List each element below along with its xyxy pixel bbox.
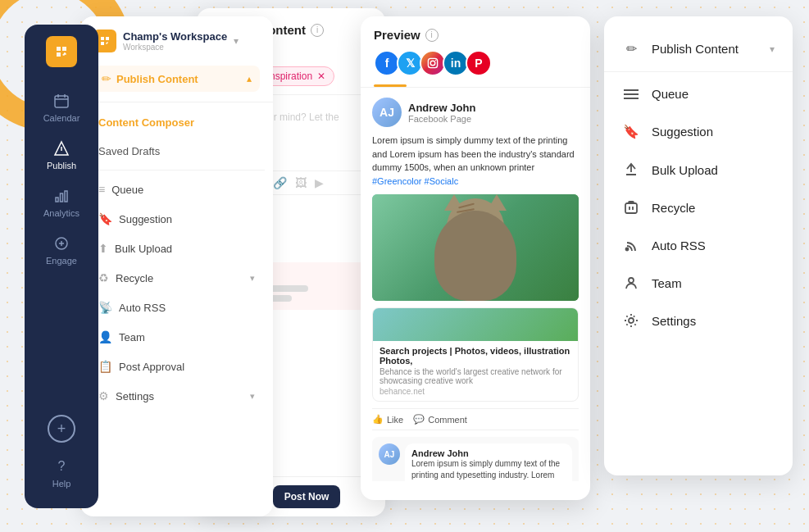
left-panel-header: Champ's Workspace Workspace ▾ ✏ Publish … — [80, 16, 273, 102]
sidebar-dark: Calendar Publish Analytics — [25, 25, 98, 508]
workspace-chevron: ▾ — [234, 35, 239, 47]
pinterest-circle-icon[interactable]: P — [466, 50, 492, 76]
divider-1 — [604, 71, 793, 72]
right-publish-icon: ✏ — [622, 41, 640, 57]
nav-auto-rss[interactable]: 📡 Auto RSS — [89, 293, 265, 321]
help-icon: ? — [52, 457, 70, 475]
preview-content: AJ Andrew John Facebook Page Lorem ipsum… — [361, 88, 590, 481]
sidebar-item-publish[interactable]: Publish — [25, 131, 98, 179]
right-menu-team[interactable]: Team — [604, 264, 793, 302]
nav-post-approval[interactable]: 📋 Post Approval — [89, 352, 265, 380]
svg-point-15 — [626, 248, 629, 251]
preview-panel: Preview i f 𝕏 in P AJ — [361, 16, 590, 500]
logo-icon[interactable] — [46, 36, 77, 67]
like-button[interactable]: 👍 Like — [372, 414, 403, 425]
recycle-chevron: ▾ — [250, 273, 255, 284]
workspace-text: Champ's Workspace Workspace — [123, 30, 227, 52]
sidebar-item-calendar[interactable]: Calendar — [25, 84, 98, 131]
nav-suggestion[interactable]: 🔖 Suggestion — [89, 205, 265, 233]
settings-chevron: ▾ — [250, 391, 255, 402]
link-preview-image — [373, 308, 578, 341]
sidebar-item-analytics[interactable]: Analytics — [25, 179, 98, 226]
right-menu-recycle[interactable]: Recycle — [604, 189, 793, 226]
right-menu-publish-content[interactable]: ✏ Publish Content ▾ — [604, 30, 793, 68]
publish-icon — [52, 139, 70, 157]
right-panel: ✏ Publish Content ▾ Queue 🔖 Suggestion — [604, 16, 793, 475]
right-menu-queue[interactable]: Queue — [604, 75, 793, 112]
author-info: Andrew John Facebook Page — [408, 102, 475, 124]
preview-label-row: Preview i — [374, 28, 577, 42]
team-icon: 👤 — [98, 330, 112, 343]
right-bulk-icon — [622, 162, 640, 177]
author-avatar: AJ — [372, 98, 402, 127]
right-suggestion-label: Suggestion — [652, 125, 775, 139]
preview-active-indicator — [374, 84, 407, 87]
info-icon[interactable]: i — [311, 24, 324, 37]
nav-recycle[interactable]: ♻ Recycle ▾ — [89, 264, 265, 292]
svg-point-6 — [430, 61, 435, 66]
post-approval-icon: 📋 — [98, 360, 112, 373]
right-recycle-label: Recycle — [652, 201, 775, 215]
comment-author-name: Andrew John — [411, 448, 566, 458]
main-wrapper: Calendar Publish Analytics — [0, 0, 809, 532]
right-recycle-icon — [622, 200, 640, 215]
comment-text: Lorem ipsum is simply dummy text of the … — [411, 458, 566, 481]
calendar-icon — [52, 92, 70, 110]
nav-queue[interactable]: ≡ Queue — [89, 175, 265, 203]
right-menu-settings[interactable]: Settings — [604, 302, 793, 339]
comment-button[interactable]: 💬 Comment — [413, 414, 467, 425]
post-actions: 👍 Like 💬 Comment — [372, 408, 579, 430]
publish-content-menu[interactable]: ✏ Publish Content ▴ — [93, 66, 260, 92]
svg-point-7 — [435, 60, 436, 61]
nav-settings[interactable]: ⚙ Settings ▾ — [89, 382, 265, 410]
right-publish-chevron: ▾ — [770, 43, 775, 55]
video-icon[interactable]: ▶ — [315, 176, 324, 189]
right-team-icon — [622, 275, 640, 290]
post-now-button[interactable]: Post Now — [273, 485, 341, 508]
post-author-row: AJ Andrew John Facebook Page — [372, 98, 579, 127]
bulk-upload-icon: ⬆ — [98, 242, 108, 255]
content-composer-item[interactable]: Content Composer — [89, 109, 265, 136]
svg-rect-1 — [56, 198, 58, 202]
settings-icon: ⚙ — [98, 389, 109, 402]
divider — [89, 170, 265, 171]
right-menu-bulk-upload[interactable]: Bulk Upload — [604, 151, 793, 189]
comment-icon: 💬 — [413, 414, 425, 425]
post-text: Lorem ipsum is simply dummy text of the … — [372, 134, 579, 188]
link-icon[interactable]: 🔗 — [273, 176, 287, 189]
saved-drafts-item[interactable]: Saved Drafts — [89, 138, 265, 165]
right-rss-icon — [622, 238, 640, 252]
queue-icon: ≡ — [98, 183, 105, 196]
engage-icon — [52, 234, 70, 252]
right-suggestion-icon: 🔖 — [622, 124, 640, 139]
suggestion-icon: 🔖 — [98, 212, 112, 225]
workspace-row[interactable]: Champ's Workspace Workspace ▾ — [93, 30, 260, 52]
svg-point-16 — [629, 278, 634, 283]
right-team-label: Team — [652, 276, 775, 290]
nav-team[interactable]: 👤 Team — [89, 323, 265, 351]
add-button[interactable]: + — [48, 415, 75, 443]
right-settings-label: Settings — [652, 314, 775, 328]
hashtag-text: #Greencolor #Socialc — [372, 176, 458, 186]
preview-header: Preview i f 𝕏 in P — [361, 16, 590, 88]
link-preview-card: Search projects | Photos, videos, illust… — [372, 307, 579, 402]
right-bulk-label: Bulk Upload — [652, 163, 775, 177]
preview-info-icon[interactable]: i — [425, 29, 439, 42]
right-settings-icon — [622, 313, 640, 328]
svg-rect-0 — [55, 96, 68, 107]
sidebar-bottom: + ? Help — [48, 415, 75, 497]
publish-content-chevron: ▴ — [247, 73, 252, 84]
right-menu-suggestion[interactable]: 🔖 Suggestion — [604, 112, 793, 151]
right-queue-label: Queue — [652, 87, 775, 101]
comment-avatar: AJ — [379, 443, 400, 465]
post-image — [372, 194, 579, 301]
publish-content-icon: ✏ — [102, 72, 111, 85]
sidebar-item-help[interactable]: ? Help — [48, 449, 75, 497]
image-icon[interactable]: 🖼 — [295, 176, 307, 189]
nav-bulk-upload[interactable]: ⬆ Bulk Upload — [89, 234, 265, 262]
right-menu-auto-rss[interactable]: Auto RSS — [604, 226, 793, 264]
tag-close-button[interactable]: ✕ — [317, 70, 325, 82]
sidebar-item-engage[interactable]: Engage — [25, 226, 98, 274]
right-rss-label: Auto RSS — [652, 239, 775, 252]
analytics-icon — [52, 187, 70, 205]
